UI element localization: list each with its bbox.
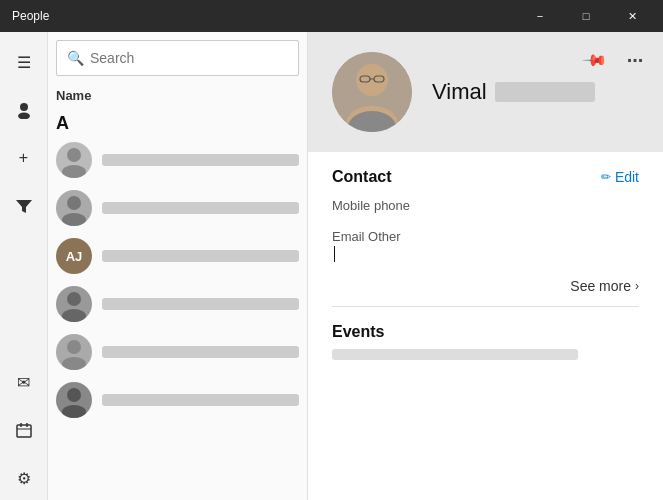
contact-icon[interactable] bbox=[2, 88, 46, 132]
detail-panel: Vimal 📌 ··· Contact ✏ Edit bbox=[308, 32, 663, 500]
list-item[interactable] bbox=[48, 136, 307, 184]
filter-icon[interactable] bbox=[2, 184, 46, 228]
svg-point-13 bbox=[67, 340, 81, 354]
settings-icon[interactable]: ⚙ bbox=[2, 456, 46, 500]
minimize-button[interactable]: − bbox=[517, 0, 563, 32]
nav-rail: ☰ + ✉ ⚙ bbox=[0, 32, 48, 500]
menu-icon[interactable]: ☰ bbox=[2, 40, 46, 84]
list-header: Name bbox=[48, 84, 307, 107]
search-icon: 🔍 bbox=[67, 50, 84, 66]
header-actions: 📌 ··· bbox=[579, 44, 651, 76]
contact-section-header: Contact ✏ Edit bbox=[332, 168, 639, 186]
avatar bbox=[56, 190, 92, 226]
contact-name bbox=[102, 394, 299, 406]
app-body: ☰ + ✉ ⚙ 🔍 Name A bbox=[0, 32, 663, 500]
section-divider bbox=[332, 306, 639, 307]
avatar bbox=[56, 142, 92, 178]
contact-name-area: Vimal bbox=[432, 79, 595, 105]
svg-point-11 bbox=[67, 292, 81, 306]
mobile-phone-field: Mobile phone bbox=[332, 198, 639, 213]
contact-items: AJ bbox=[48, 136, 307, 500]
svg-point-7 bbox=[67, 148, 81, 162]
svg-point-16 bbox=[62, 405, 86, 418]
search-input[interactable] bbox=[90, 50, 288, 66]
list-item[interactable] bbox=[48, 184, 307, 232]
contact-name bbox=[102, 154, 299, 166]
contact-avatar bbox=[332, 52, 412, 132]
app-title: People bbox=[12, 9, 49, 23]
email-other-label: Email Other bbox=[332, 229, 639, 244]
contact-name bbox=[102, 250, 299, 262]
see-more-label: See more bbox=[570, 278, 631, 294]
maximize-button[interactable]: □ bbox=[563, 0, 609, 32]
svg-point-9 bbox=[67, 196, 81, 210]
list-item[interactable]: AJ bbox=[48, 232, 307, 280]
contact-section-title: Contact bbox=[332, 168, 392, 186]
window-controls: − □ ✕ bbox=[517, 0, 655, 32]
contact-name bbox=[102, 202, 299, 214]
search-bar[interactable]: 🔍 bbox=[56, 40, 299, 76]
contact-last-name-blur bbox=[495, 82, 595, 102]
close-button[interactable]: ✕ bbox=[609, 0, 655, 32]
alpha-group-header: A bbox=[48, 107, 307, 136]
svg-point-10 bbox=[62, 213, 86, 226]
detail-header: Vimal 📌 ··· bbox=[308, 32, 663, 152]
contact-full-name: Vimal bbox=[432, 79, 595, 105]
mobile-phone-label: Mobile phone bbox=[332, 198, 639, 213]
events-section: Events bbox=[332, 323, 639, 360]
contact-list-panel: 🔍 Name A AJ bbox=[48, 32, 308, 500]
edit-icon: ✏ bbox=[601, 170, 611, 184]
svg-rect-3 bbox=[17, 425, 31, 437]
calendar-icon[interactable] bbox=[2, 408, 46, 452]
list-item[interactable] bbox=[48, 328, 307, 376]
titlebar: People − □ ✕ bbox=[0, 0, 663, 32]
email-other-field: Email Other bbox=[332, 229, 639, 262]
events-description bbox=[332, 349, 578, 360]
svg-point-8 bbox=[62, 165, 86, 178]
more-options-button[interactable]: ··· bbox=[619, 44, 651, 76]
avatar bbox=[56, 382, 92, 418]
svg-marker-2 bbox=[16, 200, 32, 213]
mail-icon[interactable]: ✉ bbox=[2, 360, 46, 404]
avatar: AJ bbox=[56, 238, 92, 274]
contact-first-name: Vimal bbox=[432, 79, 487, 105]
events-section-title: Events bbox=[332, 323, 639, 341]
avatar bbox=[56, 286, 92, 322]
svg-point-1 bbox=[18, 113, 30, 120]
svg-point-0 bbox=[20, 103, 28, 111]
list-item[interactable] bbox=[48, 376, 307, 424]
svg-point-12 bbox=[62, 309, 86, 322]
email-other-value bbox=[332, 246, 639, 262]
svg-point-15 bbox=[67, 388, 81, 402]
avatar bbox=[56, 334, 92, 370]
edit-label: Edit bbox=[615, 169, 639, 185]
list-item[interactable] bbox=[48, 280, 307, 328]
chevron-right-icon: › bbox=[635, 279, 639, 293]
contact-name bbox=[102, 298, 299, 310]
text-cursor bbox=[334, 246, 335, 262]
svg-point-14 bbox=[62, 357, 86, 370]
pin-button[interactable]: 📌 bbox=[572, 37, 617, 82]
add-contact-button[interactable]: + bbox=[2, 136, 46, 180]
edit-button[interactable]: ✏ Edit bbox=[601, 169, 639, 185]
contact-name bbox=[102, 346, 299, 358]
detail-body: Contact ✏ Edit Mobile phone Email Other … bbox=[308, 152, 663, 500]
see-more-button[interactable]: See more › bbox=[332, 278, 639, 294]
